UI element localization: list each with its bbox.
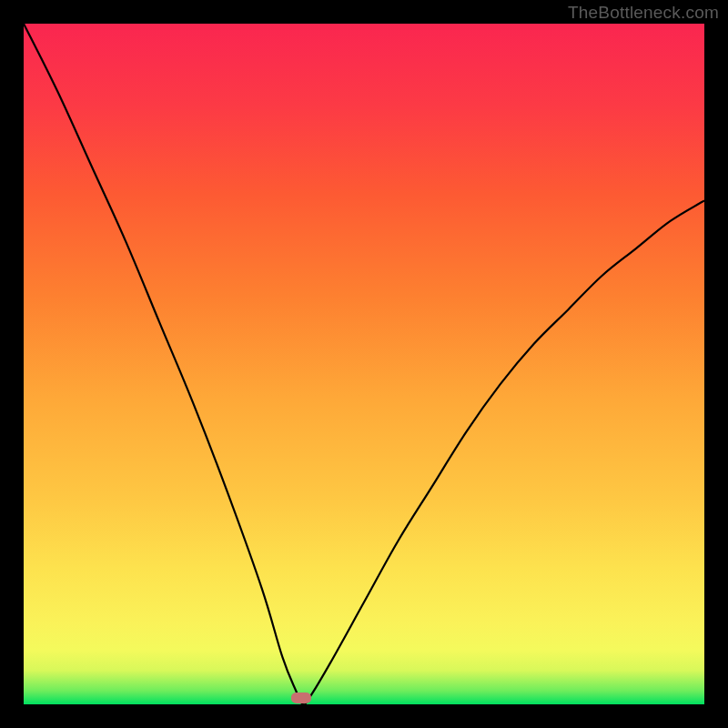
optimal-marker [291,693,311,703]
plot-area [24,24,704,704]
watermark-text: TheBottleneck.com [568,3,719,23]
